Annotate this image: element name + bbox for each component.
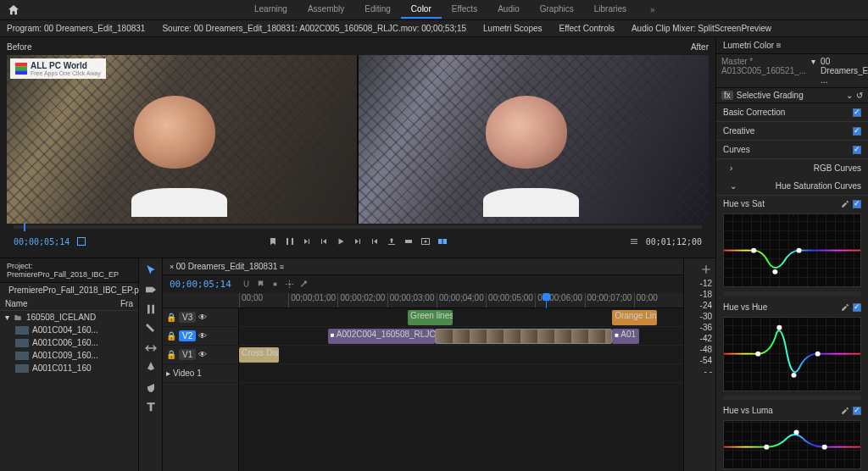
clip-item[interactable]: A001C009_160... bbox=[0, 349, 138, 362]
timeline-ruler[interactable]: 00;00 00;00;01;00 00;00;02;00 00;00;03;0… bbox=[163, 293, 683, 308]
scopes-label[interactable]: Lumetri Scopes bbox=[483, 24, 542, 33]
add-icon[interactable] bbox=[700, 263, 712, 275]
razor-tool-icon[interactable] bbox=[144, 322, 158, 335]
eyedropper-icon[interactable] bbox=[841, 303, 849, 312]
step-back-icon[interactable] bbox=[319, 236, 329, 247]
checkbox[interactable] bbox=[853, 127, 861, 136]
step-fwd-icon[interactable] bbox=[353, 236, 363, 247]
audio-mixer-label[interactable]: Audio Clip Mixer: SplitScreenPreview bbox=[632, 24, 771, 33]
track-v3-header[interactable]: 🔒V3👁 bbox=[163, 308, 238, 327]
chevron-down-icon[interactable]: ⌄ bbox=[846, 91, 853, 100]
bin-item[interactable]: ▾ 160508_ICELAND bbox=[0, 311, 138, 324]
checkbox[interactable] bbox=[853, 200, 861, 208]
monitor-timecode-out[interactable]: 00;01;12;00 bbox=[646, 237, 702, 247]
reset-icon[interactable]: ↺ bbox=[856, 91, 863, 100]
before-viewport[interactable]: ALL PC WorldFree Apps One Click Away bbox=[7, 55, 357, 224]
rgb-curves-row[interactable]: › RGB Curves bbox=[716, 159, 868, 177]
scrollbar[interactable] bbox=[723, 396, 861, 401]
track-video1-header[interactable]: ▸Video 1 bbox=[163, 364, 238, 383]
marker-icon[interactable] bbox=[256, 280, 265, 289]
col-name[interactable]: Name bbox=[5, 299, 120, 308]
eyedropper-icon[interactable] bbox=[841, 407, 849, 415]
lumetri-title[interactable]: Lumetri Color ≡ bbox=[716, 37, 868, 54]
lumetri-master-clip[interactable]: Master * A013C005_160521_... bbox=[721, 57, 806, 85]
monitor-timecode-in[interactable]: 00;00;05;14 bbox=[14, 237, 70, 247]
section-basic-correction[interactable]: Basic Correction bbox=[716, 103, 868, 122]
ws-tab-learning[interactable]: Learning bbox=[244, 1, 298, 19]
hue-vs-hue-curve[interactable] bbox=[723, 317, 861, 391]
clip-thumbnail-strip[interactable] bbox=[435, 329, 613, 344]
clip-cross-dissolve[interactable]: Cross Dissolve bbox=[239, 347, 279, 363]
checkbox[interactable] bbox=[853, 407, 861, 415]
track-select-tool-icon[interactable] bbox=[144, 283, 158, 296]
settings-icon[interactable] bbox=[285, 280, 294, 289]
clip-a01[interactable]: ■ A01 bbox=[612, 329, 638, 344]
svg-point-15 bbox=[776, 325, 782, 330]
lumetri-effect-row[interactable]: fx Selective Grading ⌄ ↺ bbox=[716, 88, 868, 103]
wrench-icon[interactable] bbox=[299, 280, 309, 289]
ws-tab-effects[interactable]: Effects bbox=[442, 1, 487, 19]
checkbox[interactable] bbox=[853, 108, 861, 117]
clip-a002c004[interactable]: ■ A002C004_160508_RLJC.mov [V] bbox=[328, 329, 435, 344]
ws-tab-editing[interactable]: Editing bbox=[354, 1, 401, 19]
timeline-panel: × 00 Dreamers_Edit_180831 ≡ 00;00;05;14 … bbox=[163, 258, 683, 471]
type-tool-icon[interactable] bbox=[144, 400, 158, 413]
clip-item[interactable]: A001C004_160... bbox=[0, 324, 138, 336]
fit-icon[interactable] bbox=[76, 236, 86, 247]
ws-tab-graphics[interactable]: Graphics bbox=[530, 1, 584, 19]
extract-icon[interactable] bbox=[403, 236, 414, 247]
linked-sel-icon[interactable] bbox=[270, 280, 280, 289]
ws-tab-audio[interactable]: Audio bbox=[487, 1, 530, 19]
comparison-view-icon[interactable] bbox=[437, 236, 448, 247]
ripple-tool-icon[interactable] bbox=[144, 302, 158, 316]
col-framerate[interactable]: Fra bbox=[120, 299, 133, 308]
clip-thumb bbox=[15, 339, 29, 347]
monitor-playbar[interactable] bbox=[14, 225, 702, 229]
mark-out-icon[interactable] bbox=[285, 236, 295, 247]
ws-tab-libraries[interactable]: Libraries bbox=[584, 1, 637, 19]
eyedropper-icon[interactable] bbox=[841, 200, 849, 208]
mark-in-icon[interactable] bbox=[268, 236, 278, 247]
section-creative[interactable]: Creative bbox=[716, 122, 868, 141]
ws-tab-assembly[interactable]: Assembly bbox=[298, 1, 354, 19]
play-icon[interactable] bbox=[336, 236, 346, 247]
project-file-row: PremierePro_Fall_2018_IBC_EP.prproj bbox=[0, 283, 138, 297]
track-v1-header[interactable]: 🔒V1👁 bbox=[163, 346, 238, 364]
timeline-timecode[interactable]: 00;00;05;14 bbox=[170, 279, 231, 290]
clip-item[interactable]: A001C006_160... bbox=[0, 336, 138, 349]
lift-icon[interactable] bbox=[387, 236, 397, 247]
hue-vs-sat-curve[interactable] bbox=[723, 213, 861, 287]
track-area[interactable]: Green lines.mo Orange Lines.m ■ A002C004… bbox=[239, 308, 683, 471]
svg-point-12 bbox=[772, 269, 777, 274]
hand-tool-icon[interactable] bbox=[144, 380, 158, 394]
lumetri-sequence-name[interactable]: 00 Dreamers_Edit_180831 ... bbox=[821, 57, 868, 85]
track-v2-header[interactable]: 🔒V2👁 bbox=[163, 327, 238, 346]
checkbox[interactable] bbox=[853, 303, 861, 312]
export-frame-icon[interactable] bbox=[420, 236, 431, 247]
clip-green[interactable]: Green lines.mo bbox=[408, 310, 452, 325]
section-curves[interactable]: Curves bbox=[716, 141, 868, 159]
project-tab[interactable]: Project: PremierePro_Fall_2018_IBC_EP bbox=[0, 258, 138, 283]
checkbox[interactable] bbox=[853, 146, 861, 154]
clip-orange[interactable]: Orange Lines.m bbox=[612, 310, 656, 325]
go-in-icon[interactable] bbox=[302, 236, 312, 247]
after-viewport[interactable] bbox=[359, 55, 709, 224]
clip-item[interactable]: A001C011_160 bbox=[0, 362, 138, 374]
scrollbar[interactable] bbox=[723, 291, 861, 296]
sequence-tab[interactable]: × 00 Dreamers_Edit_180831 ≡ bbox=[163, 258, 683, 275]
go-out-icon[interactable] bbox=[370, 236, 380, 247]
selection-tool-icon[interactable] bbox=[144, 263, 158, 277]
ws-tab-color[interactable]: Color bbox=[401, 1, 442, 19]
slip-tool-icon[interactable] bbox=[144, 341, 158, 355]
hue-vs-luma-curve[interactable] bbox=[723, 420, 861, 469]
workspace-overflow-icon[interactable]: » bbox=[650, 5, 655, 14]
pen-tool-icon[interactable] bbox=[144, 361, 158, 374]
snap-icon[interactable] bbox=[242, 280, 251, 289]
effect-controls-label[interactable]: Effect Controls bbox=[559, 24, 615, 33]
home-icon[interactable] bbox=[7, 3, 20, 17]
program-label: Program: 00 Dreamers_Edit_180831 bbox=[7, 24, 145, 33]
svg-point-11 bbox=[751, 248, 756, 253]
settings-icon[interactable] bbox=[629, 236, 639, 247]
svg-rect-2 bbox=[15, 70, 27, 75]
hue-sat-curves-row[interactable]: ⌄ Hue Saturation Curves bbox=[716, 177, 868, 196]
